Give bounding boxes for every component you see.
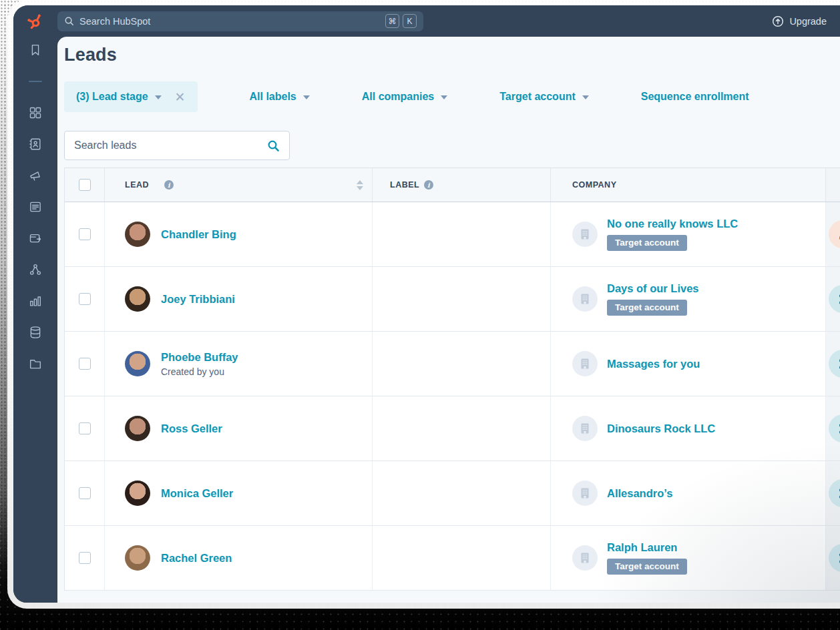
lead-search-input[interactable] [74,139,267,151]
select-all-checkbox[interactable] [79,179,91,191]
chevron-down-icon [155,95,162,99]
sort-control[interactable] [357,180,363,190]
content-pages-icon [28,200,43,214]
filter-label: All companies [362,91,434,103]
sequence-status-hourglass-icon [829,414,840,442]
table-row: Phoebe Buffay Created by you Massages fo [65,332,840,396]
target-account-badge: Target account [607,300,687,316]
megaphone-icon [28,168,43,183]
filter-all-companies[interactable]: All companies [362,91,447,103]
filter-label: Target account [499,91,576,103]
filter-all-labels[interactable]: All labels [250,91,310,103]
label-cell [373,461,551,525]
hubspot-logo[interactable] [13,12,57,30]
target-account-badge: Target account [607,559,687,575]
upgrade-button[interactable]: Upgrade [772,15,827,27]
sidebar-item-database-icon[interactable] [28,325,43,340]
sidebar-item-bar-chart-icon[interactable] [28,294,43,308]
row-select-cell [65,461,105,525]
filter-target-account[interactable]: Target account [499,91,589,103]
row-checkbox[interactable] [79,552,91,564]
sidebar-item-folder-icon[interactable] [28,356,43,371]
company-name-link[interactable]: No one really knows LLC [607,218,738,230]
sidebar-item-wallet-icon[interactable] [28,231,43,246]
main-content: Leads (3) Lead stage✕All labelsAll compa… [57,37,840,603]
sequence-status-cell [826,332,840,396]
folder-icon [28,356,43,371]
bookmark-icon [28,43,43,57]
column-label: LABEL [390,180,419,190]
lead-cell: Monica Geller [105,461,373,525]
filter-bar: (3) Lead stage✕All labelsAll companiesTa… [64,81,840,112]
column-label: COMPANY [572,180,616,190]
chevron-down-icon [441,95,447,99]
lead-name-link[interactable]: Ross Geller [161,422,222,435]
label-cell [373,202,551,266]
sequence-status-hourglass-icon [829,285,840,313]
lead-search-box[interactable] [64,131,290,160]
sidebar-item-grid-icon[interactable] [28,105,43,120]
row-checkbox[interactable] [79,293,91,305]
page-title: Leads [64,45,840,65]
row-select-cell [65,202,105,266]
sequence-status-cell [826,461,840,525]
column-header-lead[interactable]: LEADi [105,168,373,202]
lead-name-link[interactable]: Joey Tribbiani [161,293,235,306]
lead-cell: Chandler Bing [105,202,373,266]
lead-name-link[interactable]: Monica Geller [161,487,233,500]
company-cell: Allesandro’s [551,461,826,525]
row-checkbox[interactable] [79,422,91,434]
company-name-link[interactable]: Days of our Lives [607,282,699,295]
leads-table: LEADiLABELiCOMPANYS Chandler Bing [64,168,840,591]
company-name-link[interactable]: Massages for you [607,358,700,370]
sequence-status-hourglass-icon [829,350,840,378]
row-checkbox[interactable] [79,487,91,499]
remove-filter-icon[interactable]: ✕ [175,91,186,103]
k-key: K [403,14,417,28]
info-icon[interactable]: i [164,180,174,190]
sequence-status-cell [826,396,840,460]
wallet-icon [28,231,43,246]
sidebar-item-content-pages-icon[interactable] [28,200,43,214]
info-icon[interactable]: i [424,180,433,190]
row-select-cell [65,526,105,590]
lead-name-link[interactable]: Rachel Green [161,552,232,565]
filter--3-lead-stage[interactable]: (3) Lead stage✕ [64,81,198,112]
database-icon [28,325,43,340]
row-checkbox[interactable] [79,358,91,370]
hubspot-sprocket-icon [27,12,45,30]
table-row: Joey Tribbiani Days of our Lives [65,267,840,332]
lead-name-link[interactable]: Chandler Bing [161,228,236,241]
company-name-link[interactable]: Dinosaurs Rock LLC [607,422,715,435]
sequence-status-cell [826,202,840,266]
sidebar-item-contacts-book-icon[interactable] [28,137,43,151]
sequence-status-hourglass-icon [829,544,840,572]
global-search-input[interactable] [79,16,385,27]
sidebar-item-megaphone-icon[interactable] [28,168,43,183]
company-name-link[interactable]: Ralph Lauren [607,541,687,554]
filter-sequence-enrollment[interactable]: Sequence enrollment [641,91,749,103]
company-cell: Days of our Lives Target account [551,267,826,331]
search-icon [64,16,74,26]
company-building-icon [572,416,598,441]
row-checkbox[interactable] [79,228,91,240]
company-name-link[interactable]: Allesandro’s [607,487,672,500]
bar-chart-icon [28,294,43,308]
label-cell [373,396,551,460]
global-search-bar[interactable]: ⌘ K [57,11,423,31]
column-header-company: COMPANY [551,168,826,202]
company-cell: Massages for you [551,332,826,396]
lead-subtitle: Created by you [161,366,238,377]
select-all-cell [65,168,105,202]
lead-name-link[interactable]: Phoebe Buffay [161,351,238,364]
sidebar-item-bookmark-icon[interactable] [28,43,43,57]
lead-avatar [125,222,150,247]
upgrade-icon [772,15,784,27]
company-cell: No one really knows LLC Target account [551,202,826,266]
table-row: Rachel Green Ralph Lauren Targe [65,526,840,591]
lead-cell: Joey Tribbiani [105,267,373,331]
sidebar-item-workflows-icon[interactable] [28,262,43,277]
top-navigation-bar: ⌘ K Upgrade [13,5,840,37]
search-icon [267,139,280,152]
company-building-icon [572,351,598,376]
